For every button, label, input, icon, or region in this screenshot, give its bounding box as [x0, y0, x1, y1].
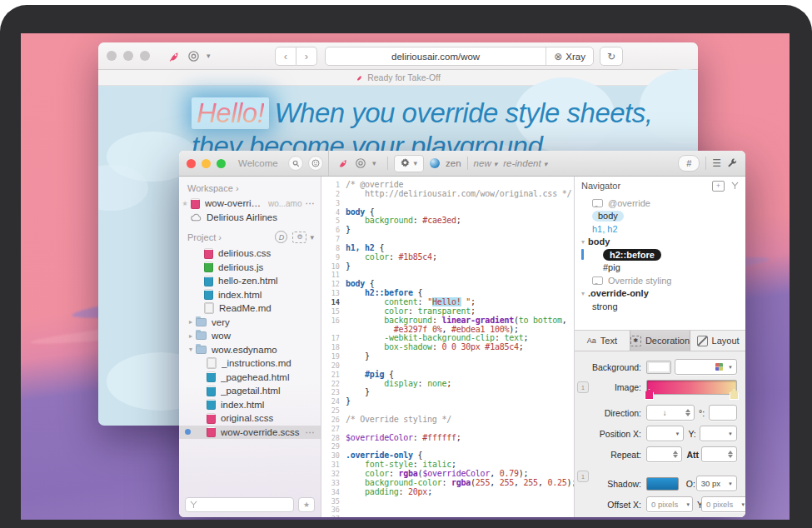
- rocket-icon[interactable]: [168, 50, 181, 62]
- file-row[interactable]: wow-override.scss⋯: [179, 426, 321, 440]
- offset-x-dropdown[interactable]: 0 pixels▼: [646, 496, 693, 512]
- reload-button[interactable]: ↻: [600, 47, 623, 66]
- disclosure-triangle[interactable]: ▸: [186, 318, 196, 326]
- file-row[interactable]: index.html: [179, 398, 321, 412]
- target-icon[interactable]: [187, 50, 200, 62]
- attachment-select[interactable]: [701, 446, 737, 462]
- chevron-down-icon[interactable]: ▾: [372, 159, 376, 167]
- back-button[interactable]: ‹: [275, 47, 296, 66]
- project-header[interactable]: Project › D ⚙ ▾: [179, 224, 321, 247]
- gradient-stop-start[interactable]: [645, 389, 654, 400]
- file-row[interactable]: hello-zen.html: [179, 274, 321, 288]
- code-line[interactable]: 24}: [321, 397, 574, 406]
- navigator-item[interactable]: h2::before: [575, 248, 745, 262]
- layer-badge[interactable]: 1: [577, 471, 589, 482]
- degrees-field[interactable]: [709, 405, 737, 421]
- folder-row[interactable]: ▾wow.esdynamo: [179, 343, 321, 357]
- file-row[interactable]: ReadMe.md: [179, 301, 321, 316]
- more-button[interactable]: ⋯: [306, 426, 316, 438]
- code-line[interactable]: 6}: [321, 226, 574, 235]
- zen-icon[interactable]: [430, 158, 440, 168]
- disclosure-triangle[interactable]: ▾: [186, 346, 196, 353]
- snippet-reindent[interactable]: re-indent▾: [503, 158, 547, 168]
- gradient-editor[interactable]: [646, 380, 737, 395]
- wrench-icon[interactable]: [727, 158, 737, 168]
- tab-text[interactable]: Aa Text: [575, 331, 630, 351]
- zoom-button[interactable]: [140, 51, 150, 61]
- shadow-color-swatch[interactable]: [646, 477, 679, 491]
- list-icon[interactable]: ☰: [712, 157, 721, 169]
- more-button[interactable]: ⋯: [306, 197, 316, 209]
- actions-menu-button[interactable]: ▾: [394, 155, 425, 172]
- file-row[interactable]: _pagetail.html: [179, 384, 321, 398]
- dynamo-icon[interactable]: D: [275, 231, 287, 243]
- code-line[interactable]: 37: [321, 515, 574, 517]
- xray-button[interactable]: ⊗ Xray: [545, 47, 593, 65]
- offset-y-dropdown[interactable]: 0 pixels▼: [701, 496, 745, 512]
- layer-badge[interactable]: 1: [577, 381, 589, 393]
- code-line[interactable]: 2 http://deliriousair.com/wow/original.c…: [321, 190, 574, 199]
- publish-settings-icon[interactable]: ⚙: [292, 232, 306, 243]
- file-row[interactable]: original.scss: [179, 411, 321, 426]
- file-row[interactable]: _instructions.md: [179, 356, 321, 371]
- navigator-item[interactable]: @override: [575, 197, 745, 210]
- snippet-new[interactable]: new▾: [474, 158, 498, 168]
- minimize-button[interactable]: [202, 159, 211, 168]
- search-button[interactable]: [288, 156, 303, 171]
- minimize-button[interactable]: [123, 51, 133, 61]
- code-line[interactable]: 28$overrideColor: #ffffff;: [321, 434, 574, 443]
- zoom-button[interactable]: [217, 159, 226, 168]
- code-line[interactable]: 36: [321, 506, 574, 515]
- feedback-button[interactable]: [308, 156, 323, 171]
- code-line[interactable]: 34 padding: 20px;: [321, 488, 574, 497]
- background-style-dropdown[interactable]: ▼: [675, 359, 737, 375]
- chevron-down-icon[interactable]: ▾: [310, 233, 314, 242]
- favorites-filter-button[interactable]: ★: [298, 497, 315, 512]
- position-y-dropdown[interactable]: ▼: [700, 426, 737, 441]
- navigator-item[interactable]: body: [575, 210, 745, 223]
- chevron-down-icon[interactable]: ▾: [207, 52, 211, 60]
- navigator-item[interactable]: Override styling: [575, 274, 745, 287]
- gradient-stop-end[interactable]: [730, 389, 739, 400]
- disclosure-triangle[interactable]: ▾: [581, 290, 585, 297]
- url-text[interactable]: deliriousair.com/wow: [326, 52, 545, 62]
- filter-field[interactable]: [185, 497, 294, 512]
- workspace-item[interactable]: ★wow-override.scsswo...amo⋯: [179, 197, 321, 211]
- workspace-item[interactable]: Delirious Airlines: [179, 211, 321, 225]
- rocket-icon[interactable]: [337, 157, 349, 169]
- folder-row[interactable]: ▸very: [179, 316, 321, 330]
- close-button[interactable]: [187, 159, 196, 168]
- hash-button[interactable]: #: [678, 155, 700, 172]
- folder-row[interactable]: ▸wow: [179, 329, 321, 343]
- url-field[interactable]: deliriousair.com/wow ⊗ Xray: [325, 47, 594, 66]
- navigator-filter-icon[interactable]: [731, 182, 739, 190]
- code-line[interactable]: 26/* Override styling */: [321, 416, 574, 425]
- code-line[interactable]: 10}: [321, 262, 574, 271]
- repeat-select[interactable]: [646, 446, 682, 462]
- navigator-item[interactable]: ▾.override-only: [575, 287, 745, 301]
- workspace-header[interactable]: Workspace ›: [179, 177, 321, 197]
- tab-layout[interactable]: Layout: [690, 331, 745, 351]
- direction-select[interactable]: ↓: [646, 405, 695, 421]
- navigator-item[interactable]: #pig: [575, 262, 745, 275]
- code-line[interactable]: 23 }: [321, 388, 574, 397]
- code-editor[interactable]: 1/* @override2 http://deliriousair.com/w…: [321, 177, 574, 517]
- position-x-dropdown[interactable]: ▼: [646, 426, 684, 441]
- disclosure-triangle[interactable]: ▾: [581, 238, 585, 246]
- forward-button[interactable]: ›: [296, 47, 317, 66]
- background-color-swatch[interactable]: [646, 361, 671, 374]
- code-line[interactable]: 5 background: #cae3ed;: [321, 217, 574, 226]
- file-row[interactable]: index.html: [179, 288, 321, 302]
- code-line[interactable]: 9 color: #1b85c4;: [321, 253, 574, 262]
- close-button[interactable]: [107, 51, 117, 61]
- file-row[interactable]: delirious.css: [179, 247, 321, 261]
- navigator-item[interactable]: strong: [575, 300, 745, 313]
- target-icon[interactable]: [355, 157, 366, 169]
- navigator-item[interactable]: h1, h2: [575, 222, 745, 236]
- code-line[interactable]: 19 }: [321, 352, 574, 361]
- disclosure-triangle[interactable]: ▸: [186, 332, 196, 340]
- file-row[interactable]: delirious.js: [179, 261, 321, 275]
- code-line[interactable]: 35: [321, 497, 574, 506]
- zen-label[interactable]: zen: [446, 158, 461, 168]
- tab-decoration[interactable]: ✱ Decoration: [630, 331, 690, 351]
